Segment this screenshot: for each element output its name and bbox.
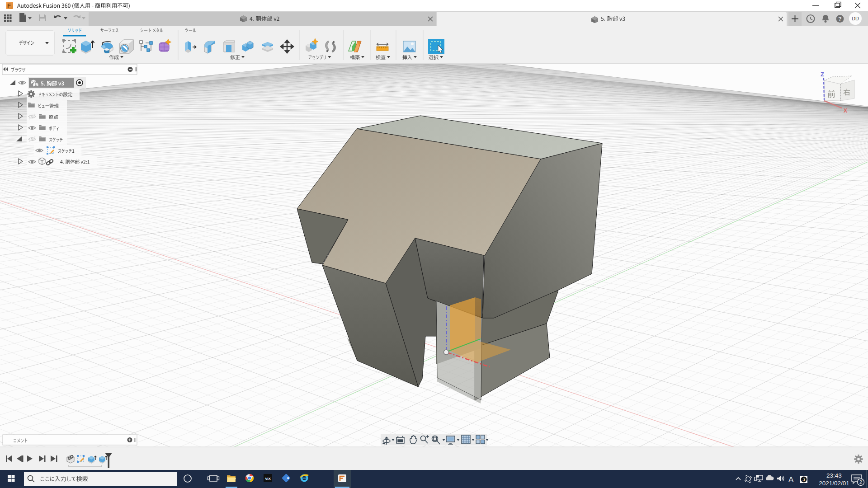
svg-text:?: ? <box>838 16 841 22</box>
svg-text:F: F <box>7 2 11 9</box>
svg-text:2: 2 <box>859 479 862 485</box>
svg-text:X: X <box>844 108 847 114</box>
svg-text:2021/02/01: 2021/02/01 <box>819 480 849 487</box>
svg-text:ViX: ViX <box>265 477 271 481</box>
svg-text:Z: Z <box>821 71 824 78</box>
svg-text:A: A <box>788 475 794 484</box>
svg-text:J: J <box>802 478 805 482</box>
svg-text:DD: DD <box>852 16 859 21</box>
svg-text:23:43: 23:43 <box>826 472 842 479</box>
